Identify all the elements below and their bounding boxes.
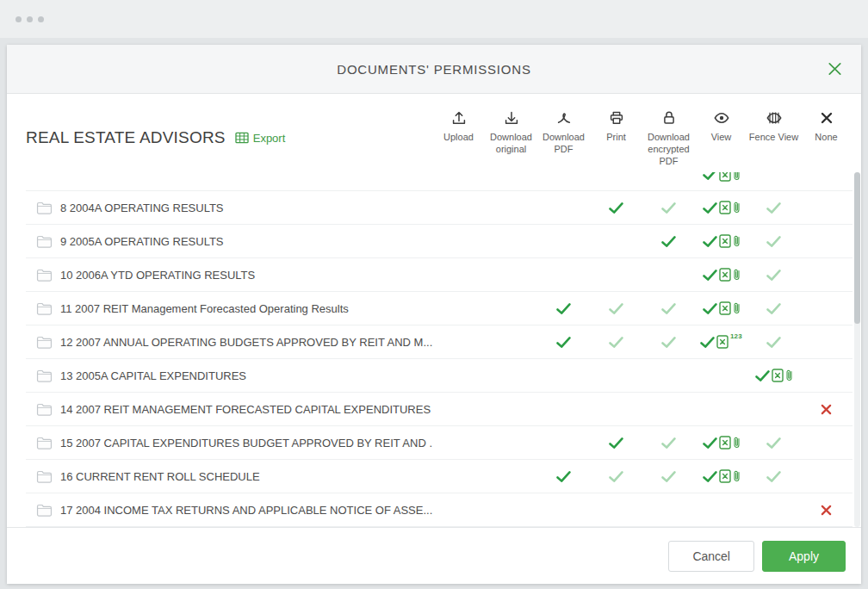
perm-none[interactable]	[800, 172, 852, 183]
perm-fence-view[interactable]	[747, 493, 800, 526]
perm-view[interactable]	[695, 426, 747, 459]
perm-fence-view[interactable]	[747, 326, 800, 358]
perm-download-pdf[interactable]	[537, 258, 590, 291]
perm-fence-view[interactable]	[747, 172, 800, 183]
column-download-pdf[interactable]: Download PDF	[537, 109, 590, 167]
perm-download-encrypted-pdf[interactable]	[642, 292, 695, 325]
perm-download-pdf[interactable]	[537, 326, 590, 358]
perm-download-encrypted-pdf[interactable]	[642, 191, 695, 224]
perm-download-pdf[interactable]	[537, 460, 590, 493]
perm-fence-view[interactable]	[747, 393, 800, 425]
perm-print[interactable]	[590, 191, 642, 224]
perm-none[interactable]	[800, 326, 852, 358]
perm-download-original[interactable]	[485, 460, 537, 493]
perm-upload[interactable]	[432, 393, 485, 425]
perm-fence-view[interactable]	[747, 359, 800, 392]
perm-upload[interactable]	[432, 493, 485, 526]
perm-download-pdf[interactable]	[537, 172, 590, 183]
perm-download-encrypted-pdf[interactable]	[642, 326, 695, 358]
perm-download-pdf[interactable]	[537, 393, 590, 425]
perm-download-pdf[interactable]	[537, 359, 590, 392]
perm-view[interactable]	[695, 258, 747, 291]
perm-download-encrypted-pdf[interactable]	[642, 172, 695, 183]
perm-download-original[interactable]	[485, 426, 537, 459]
perm-fence-view[interactable]	[747, 191, 800, 224]
perm-view[interactable]	[695, 172, 747, 183]
perm-download-encrypted-pdf[interactable]	[642, 225, 695, 257]
perm-print[interactable]	[590, 460, 642, 493]
perm-download-original[interactable]	[485, 359, 537, 392]
perm-upload[interactable]	[432, 326, 485, 358]
perm-view[interactable]: 123	[695, 326, 747, 358]
perm-fence-view[interactable]	[747, 225, 800, 257]
perm-download-original[interactable]	[485, 393, 537, 425]
perm-upload[interactable]	[432, 172, 485, 183]
perm-upload[interactable]	[432, 359, 485, 392]
close-button[interactable]	[822, 57, 847, 82]
perm-download-encrypted-pdf[interactable]	[642, 493, 695, 526]
perm-print[interactable]	[590, 493, 642, 526]
perm-print[interactable]	[590, 326, 642, 358]
perm-download-encrypted-pdf[interactable]	[642, 426, 695, 459]
perm-view[interactable]	[695, 191, 747, 224]
perm-download-original[interactable]	[485, 493, 537, 526]
perm-none[interactable]	[800, 292, 852, 325]
perm-fence-view[interactable]	[747, 258, 800, 291]
column-fence-view[interactable]: Fence View	[747, 109, 800, 167]
perm-none[interactable]	[800, 258, 852, 291]
perm-print[interactable]	[590, 225, 642, 257]
cancel-button[interactable]: Cancel	[668, 541, 754, 572]
perm-none[interactable]	[800, 393, 852, 425]
perm-print[interactable]	[590, 393, 642, 425]
perm-download-original[interactable]	[485, 292, 537, 325]
perm-download-pdf[interactable]	[537, 493, 590, 526]
perm-download-pdf[interactable]	[537, 426, 590, 459]
export-button[interactable]: Export	[235, 132, 286, 145]
perm-fence-view[interactable]	[747, 460, 800, 493]
perm-none[interactable]	[800, 359, 852, 392]
perm-upload[interactable]	[432, 460, 485, 493]
perm-download-encrypted-pdf[interactable]	[642, 258, 695, 291]
column-upload[interactable]: Upload	[432, 109, 485, 167]
perm-download-encrypted-pdf[interactable]	[642, 460, 695, 493]
perm-download-original[interactable]	[485, 225, 537, 257]
perm-download-original[interactable]	[485, 258, 537, 291]
perm-download-original[interactable]	[485, 191, 537, 224]
perm-print[interactable]	[590, 359, 642, 392]
perm-download-pdf[interactable]	[537, 225, 590, 257]
perm-download-pdf[interactable]	[537, 292, 590, 325]
perm-none[interactable]	[800, 191, 852, 224]
perm-view[interactable]	[695, 493, 747, 526]
column-none[interactable]: None	[800, 109, 852, 167]
perm-upload[interactable]	[432, 225, 485, 257]
perm-print[interactable]	[590, 258, 642, 291]
perm-upload[interactable]	[432, 258, 485, 291]
perm-upload[interactable]	[432, 426, 485, 459]
perm-none[interactable]	[800, 426, 852, 459]
perm-download-pdf[interactable]	[537, 191, 590, 224]
perm-download-encrypted-pdf[interactable]	[642, 359, 695, 392]
column-download-original[interactable]: Download original	[485, 109, 537, 167]
perm-view[interactable]	[695, 460, 747, 493]
column-print[interactable]: Print	[590, 109, 642, 167]
perm-view[interactable]	[695, 292, 747, 325]
perm-view[interactable]	[695, 393, 747, 425]
perm-fence-view[interactable]	[747, 426, 800, 459]
perm-view[interactable]	[695, 225, 747, 257]
perm-print[interactable]	[590, 292, 642, 325]
perm-download-original[interactable]	[485, 172, 537, 183]
perm-upload[interactable]	[432, 292, 485, 325]
perm-fence-view[interactable]	[747, 292, 800, 325]
perm-none[interactable]	[800, 225, 852, 257]
perm-print[interactable]	[590, 172, 642, 183]
perm-upload[interactable]	[432, 191, 485, 224]
perm-print[interactable]	[590, 426, 642, 459]
perm-none[interactable]	[800, 460, 852, 493]
scrollbar-thumb[interactable]	[854, 172, 860, 324]
perm-none[interactable]	[800, 493, 852, 526]
perm-download-encrypted-pdf[interactable]	[642, 393, 695, 425]
perm-view[interactable]	[695, 359, 747, 392]
perm-download-original[interactable]	[485, 326, 537, 358]
column-download-encrypted-pdf[interactable]: Download encrypted PDF	[642, 109, 695, 167]
column-view[interactable]: View	[695, 109, 747, 167]
